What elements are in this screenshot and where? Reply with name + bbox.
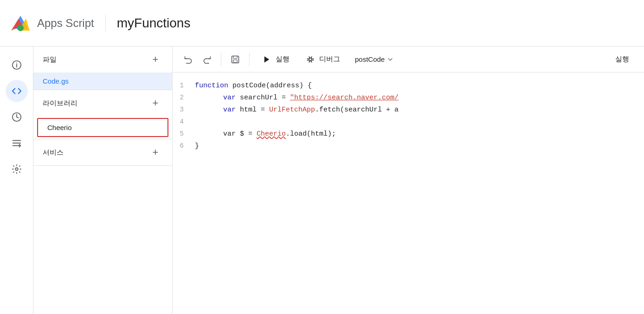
params: (address) { <box>266 82 312 90</box>
settings-icon <box>12 164 22 174</box>
fetch-call: .fetch(searchUrl + a <box>315 106 399 114</box>
svg-marker-15 <box>264 56 270 63</box>
library-section: 라이브러리 + Cheerio <box>33 90 172 139</box>
code-line-6: 6 } <box>173 140 644 152</box>
chevron-down-icon <box>386 56 394 63</box>
load-call: .load(html); <box>286 130 336 138</box>
add-service-button[interactable]: + <box>148 145 163 160</box>
code-line-5: 5 var $ = Cheerio.load(html); <box>173 128 644 140</box>
clock-icon <box>12 112 22 122</box>
add-library-button[interactable]: + <box>148 96 163 111</box>
undo-button[interactable] <box>180 51 197 68</box>
add-file-button[interactable]: + <box>148 52 163 67</box>
debug-icon <box>306 55 315 64</box>
line-number-3: 3 <box>173 105 195 115</box>
project-name-label: myFunctions <box>117 16 191 31</box>
svg-rect-12 <box>232 56 239 63</box>
file-item-code-gs[interactable]: Code.gs <box>33 72 172 90</box>
run-icon <box>263 55 271 64</box>
sidebar-item-triggers[interactable] <box>6 106 28 128</box>
redo-icon <box>202 55 212 64</box>
line-number-6: 6 <box>173 141 195 151</box>
line-number-4: 4 <box>173 117 195 127</box>
code-editor[interactable]: 1 function postCode(address) { 2 var sea… <box>173 72 644 314</box>
app-name-label: Apps Script <box>37 17 94 30</box>
code-line-3: 3 var html = UrlFetchApp.fetch(searchUrl… <box>173 104 644 116</box>
services-header: 서비스 + <box>33 139 172 165</box>
app-header: Apps Script myFunctions <box>0 0 644 46</box>
editor-toolbar: 실행 디버그 postCode 실행 <box>173 46 644 72</box>
services-label: 서비스 <box>43 148 64 157</box>
library-item-cheerio[interactable]: Cheerio <box>37 118 168 137</box>
var-kw-2: var <box>223 106 240 114</box>
file-name: Code.gs <box>43 77 69 85</box>
sidebar-item-settings[interactable] <box>6 158 28 180</box>
code-text-3: var html = UrlFetchApp.fetch(searchUrl +… <box>195 105 399 116</box>
var-kw: var <box>223 94 240 102</box>
code-text-2: var searchUrl = "https://search.naver.co… <box>195 92 399 104</box>
header-divider <box>105 15 106 32</box>
services-section: 서비스 + <box>33 139 172 166</box>
files-label: 파일 <box>43 55 57 64</box>
code-icon <box>12 86 22 96</box>
info-icon <box>12 60 22 70</box>
function-name: postCode <box>355 55 385 63</box>
sidebar-icons <box>0 46 33 314</box>
debug-button[interactable]: 디버그 <box>299 52 348 66</box>
sidebar-item-executions[interactable] <box>6 132 28 154</box>
svg-point-11 <box>15 168 18 170</box>
main-layout: 파일 + Code.gs 라이브러리 + Cheerio 서비스 + <box>0 46 644 314</box>
code-text-1: function postCode(address) { <box>195 80 312 92</box>
file-panel: 파일 + Code.gs 라이브러리 + Cheerio 서비스 + <box>33 46 173 314</box>
toolbar-divider-2 <box>249 53 250 66</box>
keyword: function <box>195 82 232 90</box>
cheerio-obj: Cheerio <box>257 130 286 138</box>
code-line-2: 2 var searchUrl = "https://search.naver.… <box>173 92 644 104</box>
line-number-2: 2 <box>173 92 195 103</box>
var-name: searchUrl = <box>240 94 290 102</box>
urlfetch-obj: UrlFetchApp <box>269 106 315 114</box>
string-value: "https://search.naver.com/ <box>290 94 399 102</box>
line-number-1: 1 <box>173 80 195 91</box>
run-log-label: 실행 <box>615 55 629 63</box>
sidebar-item-editor[interactable] <box>6 80 28 102</box>
code-text-6: } <box>195 141 199 152</box>
files-section: 파일 + Code.gs <box>33 46 172 90</box>
library-name: Cheerio <box>47 124 72 131</box>
code-text-4 <box>195 117 199 128</box>
svg-point-3 <box>17 25 24 31</box>
run-label: 실행 <box>276 55 290 64</box>
redo-button[interactable] <box>199 51 215 68</box>
run-log-button[interactable]: 실행 <box>608 52 637 66</box>
library-label: 라이브러리 <box>43 99 77 108</box>
sidebar-item-info[interactable] <box>6 54 28 76</box>
dollar-var: var $ = <box>223 130 257 138</box>
files-header: 파일 + <box>33 46 172 72</box>
debug-label: 디버그 <box>319 55 340 64</box>
run-button[interactable]: 실행 <box>255 52 297 66</box>
line-number-5: 5 <box>173 129 195 139</box>
code-line-1: 1 function postCode(address) { <box>173 80 644 92</box>
svg-point-16 <box>309 58 312 61</box>
function-name-code: postCode <box>232 82 266 90</box>
html-var: html = <box>240 106 269 114</box>
code-text-5: var $ = Cheerio.load(html); <box>195 129 336 140</box>
code-line-4: 4 <box>173 116 644 128</box>
editor-area: 실행 디버그 postCode 실행 1 <box>173 46 644 314</box>
save-button[interactable] <box>227 51 244 68</box>
svg-rect-14 <box>233 59 237 62</box>
logo-area: Apps Script <box>9 12 94 34</box>
function-selector[interactable]: postCode <box>349 52 399 66</box>
library-header: 라이브러리 + <box>33 90 172 116</box>
apps-script-logo <box>9 12 32 34</box>
toolbar-divider-1 <box>221 53 221 66</box>
list-icon <box>12 138 22 148</box>
svg-point-6 <box>16 63 17 64</box>
undo-icon <box>184 55 193 64</box>
save-icon <box>231 55 240 64</box>
